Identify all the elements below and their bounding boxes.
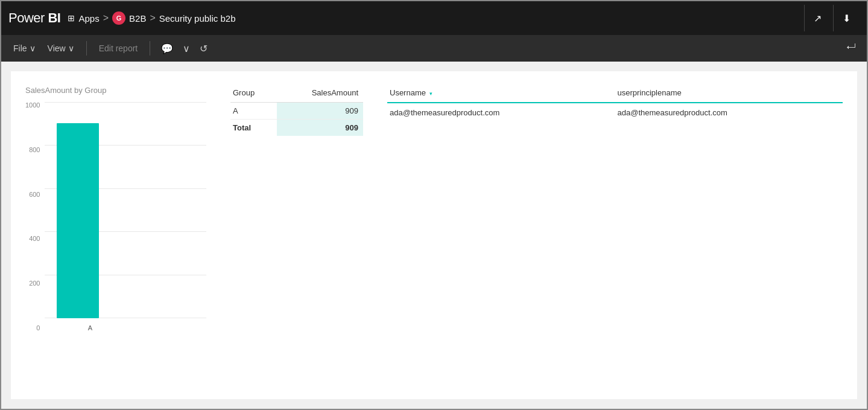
edit-report-button[interactable]: Edit report xyxy=(94,41,143,56)
user-table-row: ada@themeasuredproduct.com ada@themeasur… xyxy=(387,103,843,122)
apps-icon: ⊞ xyxy=(68,13,75,23)
total-label: Total xyxy=(230,120,277,136)
file-chevron-icon: ∨ xyxy=(30,43,36,53)
comment-chevron-button[interactable]: ∨ xyxy=(179,40,194,57)
sort-icon: ▾ xyxy=(429,91,432,97)
chart-y-axis: 1000 800 600 400 200 0 xyxy=(25,102,40,332)
sales-cell-a: 909 xyxy=(277,103,363,120)
main-content: SalesAmount by Group 1000 800 600 400 20… xyxy=(1,62,867,409)
top-bar-right: ↗ ⬇ xyxy=(804,5,860,31)
toolbar-right: ⮡ xyxy=(843,40,860,56)
chart-title: SalesAmount by Group xyxy=(25,86,206,95)
x-label-a: A xyxy=(69,324,111,332)
bars-container xyxy=(45,102,206,318)
file-menu-button[interactable]: File ∨ xyxy=(8,41,40,56)
table-section: Group SalesAmount A 909 Total 909 xyxy=(230,86,363,385)
view-menu-button[interactable]: View ∨ xyxy=(43,41,79,56)
comment-button[interactable]: 💬 xyxy=(157,40,177,57)
refresh-icon: ↺ xyxy=(200,43,207,54)
view-chevron-icon: ∨ xyxy=(68,43,74,53)
refresh-button[interactable]: ↺ xyxy=(196,40,211,57)
download-icon: ⬇ xyxy=(843,13,851,24)
y-label-800: 800 xyxy=(29,147,40,153)
expand-icon: ↗ xyxy=(814,13,822,24)
breadcrumb-apps[interactable]: Apps xyxy=(78,13,99,24)
file-label: File xyxy=(13,43,27,53)
sales-table: Group SalesAmount A 909 Total 909 xyxy=(230,86,363,136)
breadcrumb-report[interactable]: Security public b2b xyxy=(159,13,236,24)
username-cell: ada@themeasuredproduct.com xyxy=(387,103,615,122)
comment-chevron-icon: ∨ xyxy=(183,43,190,54)
bar-a-wrapper xyxy=(57,123,99,318)
y-label-600: 600 xyxy=(29,191,40,198)
chart-section: SalesAmount by Group 1000 800 600 400 20… xyxy=(25,86,206,385)
upn-cell: ada@themeasuredproduct.com xyxy=(615,103,843,122)
report-canvas: SalesAmount by Group 1000 800 600 400 20… xyxy=(11,71,857,399)
group-col-header: Group xyxy=(230,86,277,103)
top-bar-left: Power BI ⊞ Apps > G B2B > Security publi… xyxy=(8,10,804,26)
y-label-400: 400 xyxy=(29,235,40,242)
y-label-1000: 1000 xyxy=(25,102,40,109)
user-table-header-row: Username ▾ userprinciplename xyxy=(387,86,843,103)
chart-plot: A xyxy=(45,102,206,332)
breadcrumb-sep-1: > xyxy=(103,13,109,24)
share-icon: ⮡ xyxy=(846,43,856,54)
top-navigation-bar: Power BI ⊞ Apps > G B2B > Security publi… xyxy=(1,1,867,35)
user-table: Username ▾ userprinciplename ada@themeas… xyxy=(387,86,843,122)
total-amount: 909 xyxy=(277,120,363,136)
comment-icon: 💬 xyxy=(161,43,173,54)
x-axis-labels: A xyxy=(45,324,206,332)
table-row: A 909 xyxy=(230,103,363,120)
expand-button[interactable]: ↗ xyxy=(804,5,831,31)
breadcrumb-sep-2: > xyxy=(150,13,155,24)
upn-col-header: userprinciplename xyxy=(615,86,843,103)
bar-a[interactable] xyxy=(57,123,99,318)
view-label: View xyxy=(48,43,66,53)
chart-area: 1000 800 600 400 200 0 xyxy=(25,102,206,332)
group-cell-a: A xyxy=(230,103,277,120)
toolbar-divider xyxy=(86,41,87,56)
y-label-0: 0 xyxy=(36,325,40,332)
share-button[interactable]: ⮡ xyxy=(843,40,860,56)
toolbar-divider-2 xyxy=(150,41,150,56)
breadcrumb-b2b[interactable]: B2B xyxy=(129,13,146,24)
total-row: Total 909 xyxy=(230,120,363,136)
table-header-row: Group SalesAmount xyxy=(230,86,363,103)
b2b-avatar: G xyxy=(112,11,125,25)
username-col-header: Username ▾ xyxy=(387,86,615,103)
power-bi-logo: Power BI xyxy=(8,10,60,26)
download-button[interactable]: ⬇ xyxy=(833,5,860,31)
user-table-section: Username ▾ userprinciplename ada@themeas… xyxy=(387,86,843,385)
toolbar: File ∨ View ∨ Edit report 💬 ∨ ↺ ⮡ xyxy=(1,35,867,62)
sales-amount-col-header: SalesAmount xyxy=(277,86,363,103)
breadcrumb: ⊞ Apps > G B2B > Security public b2b xyxy=(68,11,235,25)
y-label-200: 200 xyxy=(29,280,40,287)
